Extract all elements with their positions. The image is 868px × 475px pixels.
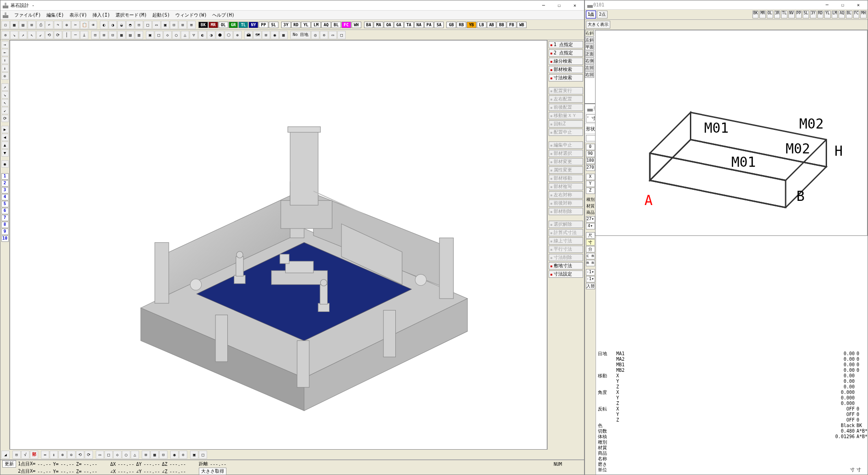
cmd-部材検索[interactable]: ▪部材検索 xyxy=(549,66,583,73)
ltool-14[interactable]: ▲ xyxy=(1,141,9,149)
btool-23[interactable]: ◉ xyxy=(170,451,179,459)
material-NY[interactable]: NY xyxy=(249,22,258,28)
pmat-AQ[interactable]: AQ xyxy=(839,11,845,18)
layer-7[interactable]: 7 xyxy=(1,215,9,221)
material-TL[interactable]: TL xyxy=(238,22,248,28)
axis-X[interactable]: X xyxy=(586,174,595,180)
pmat-3R[interactable]: 3R xyxy=(774,11,781,18)
btool-17[interactable]: △ xyxy=(131,451,139,459)
cmd-寸法検索[interactable]: ▪寸法検索 xyxy=(549,74,583,82)
view-左斜[interactable]: 左斜 xyxy=(585,37,594,43)
tool-misc-4[interactable]: ▦ xyxy=(279,31,288,39)
pmat-NV[interactable]: NV xyxy=(788,11,795,18)
view-正面[interactable]: 正面 xyxy=(585,51,594,57)
cat-27[interactable]: 27▾ xyxy=(586,216,595,223)
tool-view-2[interactable]: ◒ xyxy=(117,21,126,29)
ltool-4[interactable]: ⊙ xyxy=(1,72,9,80)
tool-view-10[interactable]: ⊠ xyxy=(187,21,196,29)
menu-表示(V)[interactable]: 表示(V) xyxy=(67,11,90,19)
tool-end-2[interactable]: ▭ xyxy=(329,31,337,39)
tool-shape-0[interactable]: ▣ xyxy=(146,31,154,39)
unit-m m[interactable]: m m xyxy=(586,260,595,266)
preview-3d-view[interactable]: A B H M01 M02 M01 M02 xyxy=(595,30,868,236)
material-AB[interactable]: AB xyxy=(487,22,497,28)
btool-10[interactable]: ⟲ xyxy=(76,451,84,459)
layer-9[interactable]: 9 xyxy=(1,229,9,235)
tool-misc-1[interactable]: 🗺 xyxy=(253,31,261,39)
ltool-2[interactable]: ↑ xyxy=(1,57,9,64)
ltool-15[interactable]: ▼ xyxy=(1,149,9,157)
pmat-BK[interactable]: BK xyxy=(752,11,759,18)
tool-std-8[interactable]: ✂ xyxy=(71,21,80,29)
close-button[interactable]: ✕ xyxy=(851,0,866,10)
tool-std-9[interactable]: 📋 xyxy=(80,21,88,29)
tool-misc-3[interactable]: ◉ xyxy=(271,31,279,39)
menu-挿入(I)[interactable]: 挿入(I) xyxy=(90,11,113,19)
ltool-10[interactable]: ⟳ xyxy=(1,115,9,122)
pmat-MR[interactable]: MR xyxy=(759,11,766,18)
tool-view-9[interactable]: ⊞ xyxy=(179,21,187,29)
layer-3[interactable]: 3 xyxy=(1,187,9,194)
tool-shape-7[interactable]: ◑ xyxy=(207,31,215,39)
btool-14[interactable]: □ xyxy=(104,451,113,459)
pmat-BL[interactable]: BL xyxy=(846,11,852,18)
material-PP[interactable]: PP xyxy=(259,22,268,28)
material-OA[interactable]: OA xyxy=(384,22,393,28)
pmat-RD[interactable]: RD xyxy=(817,11,824,18)
adj-1[interactable]: -1▾ xyxy=(586,276,595,282)
tool-std-2[interactable]: ▤ xyxy=(19,21,27,29)
btool-4[interactable]: 部 xyxy=(30,451,38,459)
view-右側[interactable]: 右側 xyxy=(585,58,594,64)
tool-draw-4[interactable]: ↙ xyxy=(36,31,45,39)
tool-shape-9[interactable]: ⬡ xyxy=(225,31,233,39)
pmat-PP[interactable]: PP xyxy=(796,11,802,18)
tool-draw-0[interactable]: ⊙ xyxy=(1,31,10,39)
btool-9[interactable]: ⊖ xyxy=(67,451,75,459)
ltool-13[interactable]: ◀ xyxy=(1,134,9,141)
cmd-1 点指定[interactable]: ▪1 点指定 xyxy=(549,41,583,48)
material-OL[interactable]: OL xyxy=(219,22,228,28)
tool-draw-2[interactable]: ↗ xyxy=(19,31,27,39)
rot-270[interactable]: 270 xyxy=(586,164,595,171)
pmat-OL[interactable]: OL xyxy=(767,11,773,18)
tool-grid-2[interactable]: ⊟ xyxy=(109,31,117,39)
minimize-button[interactable]: ─ xyxy=(820,0,834,10)
material-BL[interactable]: BL xyxy=(331,22,341,28)
close-button[interactable]: ✕ xyxy=(567,1,582,10)
btool-8[interactable]: ⊕ xyxy=(58,451,67,459)
tool-grid-4[interactable]: ▤ xyxy=(126,31,134,39)
tool-draw-9[interactable]: ⊥ xyxy=(80,31,88,39)
tool-shape-3[interactable]: ○ xyxy=(172,31,180,39)
btool-21[interactable]: ⊟ xyxy=(159,451,168,459)
maximize-button[interactable]: ☐ xyxy=(552,1,567,10)
material-GR[interactable]: GR xyxy=(229,22,238,28)
tool-end-0[interactable]: ◎ xyxy=(311,31,319,39)
material-PA[interactable]: PA xyxy=(424,22,434,28)
ltool-12[interactable]: ▶ xyxy=(1,126,9,133)
material-YL[interactable]: YL xyxy=(301,22,311,28)
axis-Z[interactable]: Z xyxy=(586,188,595,194)
material-SA[interactable]: SA xyxy=(434,22,444,28)
tool-view-7[interactable]: ▣ xyxy=(161,21,169,29)
btool-19[interactable]: ⊞ xyxy=(142,451,150,459)
rot-0[interactable]: 0 xyxy=(586,144,595,150)
btool-20[interactable]: ▦ xyxy=(150,451,159,459)
btool-27[interactable]: □ xyxy=(199,451,207,459)
get-size-button[interactable]: 大きさ取得 xyxy=(199,468,226,475)
material-FC[interactable]: FC xyxy=(341,22,351,28)
canvas-3d-view[interactable] xyxy=(10,40,547,450)
tool-std-0[interactable]: ◻ xyxy=(1,21,10,29)
tool-draw-5[interactable]: ⟲ xyxy=(45,31,53,39)
tool-grid-1[interactable]: ⊞ xyxy=(100,31,108,39)
tool-shape-4[interactable]: △ xyxy=(181,31,189,39)
menu-編集(E)[interactable]: 編集(E) xyxy=(44,11,67,19)
btool-7[interactable]: ↕ xyxy=(50,451,58,459)
cmd-線分検索[interactable]: ▪線分検索 xyxy=(549,58,583,65)
big-display-button[interactable]: 大きく表示 xyxy=(586,21,610,29)
material-LB[interactable]: LB xyxy=(477,22,486,28)
adj-2[interactable]: 入替 xyxy=(586,283,595,289)
tool-draw-7[interactable]: │ xyxy=(63,31,71,39)
view-右回[interactable]: 右回 xyxy=(585,71,594,78)
material-RB[interactable]: RB xyxy=(457,22,466,28)
btool-2[interactable]: ⊡ xyxy=(12,451,21,459)
